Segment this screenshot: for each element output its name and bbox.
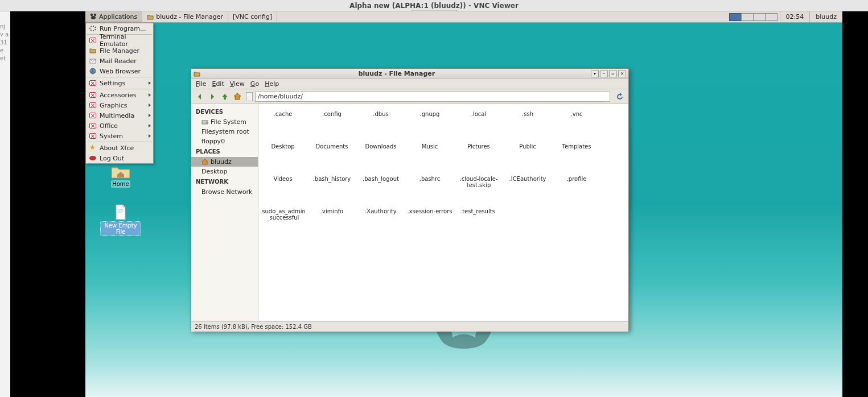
file-item[interactable]: .dbus: [356, 110, 405, 142]
file-item[interactable]: Templates: [552, 142, 601, 174]
file-manager-sidebar: DEVICES File System Filesystem root flop…: [191, 104, 258, 321]
taskbar-item-vnc-config[interactable]: [VNC config]: [228, 11, 277, 22]
vnc-host-titlebar: Alpha new (ALPHA:1 (bluudz)) - VNC Viewe…: [0, 0, 868, 11]
workspace-2[interactable]: [741, 13, 754, 21]
menu-edit[interactable]: Edit: [212, 80, 224, 88]
file-item[interactable]: .Xauthority: [356, 207, 405, 239]
file-item[interactable]: .vnc: [552, 110, 601, 142]
menu-view[interactable]: View: [230, 80, 245, 88]
workspace-switcher[interactable]: [727, 11, 780, 22]
menu-office[interactable]: Office: [86, 121, 153, 131]
desktop-icon-label: New Empty File: [101, 222, 141, 235]
sidebar-item-filesystem-root[interactable]: Filesystem root: [191, 127, 258, 137]
file-item[interactable]: .local: [454, 110, 503, 142]
drive-icon: [201, 119, 208, 126]
menu-help[interactable]: Help: [265, 80, 279, 88]
window-shade-button[interactable]: ▾: [591, 71, 599, 77]
svg-point-6: [206, 122, 207, 123]
taskbar-item-file-manager[interactable]: bluudz - File Manager: [142, 11, 228, 22]
file-item-label: Downloads: [364, 143, 398, 150]
file-item[interactable]: Desktop: [258, 142, 307, 174]
file-item-label: Templates: [561, 143, 593, 150]
terminal-icon: [89, 38, 96, 43]
file-item-label: Music: [421, 143, 439, 150]
file-manager-view[interactable]: .cache.config.dbus.gnupg.local.ssh.vncDe…: [258, 104, 628, 321]
file-manager-statusbar: 26 items (97.8 kB), Free space: 152.4 GB: [191, 321, 628, 332]
file-item[interactable]: .sudo_as_admin_successful: [258, 207, 307, 239]
file-item[interactable]: .profile: [552, 175, 601, 206]
workspace-4[interactable]: [765, 13, 778, 21]
guest-desktop[interactable]: Applications bluudz - File Manager [VNC …: [85, 11, 842, 397]
file-item[interactable]: .ssh: [503, 110, 552, 142]
sidebar-item-filesystem[interactable]: File System: [191, 117, 258, 127]
file-item[interactable]: .cloud-locale-test.skip: [454, 175, 503, 206]
sidebar-item-browse-network[interactable]: Browse Network: [191, 187, 258, 197]
submenu-arrow-icon: [149, 114, 151, 117]
window-close-button[interactable]: ×: [618, 71, 626, 77]
applications-menu-label: Applications: [99, 13, 137, 20]
file-item[interactable]: Downloads: [356, 142, 405, 174]
file-item[interactable]: .xsession-errors: [405, 207, 454, 239]
nav-up-button[interactable]: [220, 92, 230, 102]
menu-go[interactable]: Go: [250, 80, 259, 88]
window-titlebar[interactable]: bluudz - File Manager ▾ – ▫ ×: [191, 69, 628, 79]
file-item-label: .cache: [273, 111, 294, 117]
sidebar-item-floppy0[interactable]: floppy0: [191, 137, 258, 146]
menu-file-manager[interactable]: File Manager: [86, 46, 153, 56]
menu-run-program[interactable]: Run Program...: [86, 23, 153, 34]
panel-clock[interactable]: 02:54: [780, 11, 810, 22]
file-item[interactable]: .bash_logout: [356, 175, 405, 206]
file-item-label: .local: [470, 111, 487, 117]
menu-graphics[interactable]: Graphics: [86, 100, 153, 110]
window-title: bluudz - File Manager: [203, 70, 591, 77]
file-item[interactable]: Documents: [307, 142, 356, 174]
file-item[interactable]: .bash_history: [307, 175, 356, 206]
sidebar-item-bluudz[interactable]: bluudz: [191, 157, 258, 167]
file-item[interactable]: .ICEauthority: [503, 175, 552, 206]
window-minimize-button[interactable]: –: [600, 71, 608, 77]
file-item-label: .sudo_as_admin_successful: [258, 208, 307, 221]
file-item[interactable]: .config: [307, 110, 356, 142]
file-item[interactable]: .gnupg: [405, 110, 454, 142]
sidebar-item-desktop[interactable]: Desktop: [191, 167, 258, 176]
menu-separator: [87, 89, 152, 89]
menu-mail-reader[interactable]: Mail Reader: [86, 56, 153, 66]
star-icon: ★: [89, 144, 96, 151]
menu-terminal-emulator[interactable]: Terminal Emulator: [86, 35, 153, 46]
nav-forward-button[interactable]: [207, 92, 217, 102]
menu-label: Accessories: [100, 92, 136, 99]
vnc-host-title: Alpha new (ALPHA:1 (bluudz)) - VNC Viewe…: [349, 2, 519, 10]
menu-accessories[interactable]: Accessories: [86, 90, 153, 100]
panel-user[interactable]: bluudz: [809, 11, 842, 22]
file-item[interactable]: Pictures: [454, 142, 503, 174]
desktop-icon-home[interactable]: Home: [101, 162, 141, 188]
window-maximize-button[interactable]: ▫: [609, 71, 617, 77]
location-bar[interactable]: /home/bluudz/: [255, 92, 610, 102]
sidebar-item-label: floppy0: [201, 138, 225, 145]
path-style-toggle[interactable]: [246, 92, 253, 101]
applications-menu-button[interactable]: Applications: [85, 11, 142, 22]
location-path: /home/bluudz/: [258, 93, 303, 100]
file-item[interactable]: Public: [503, 142, 552, 174]
menu-system[interactable]: System: [86, 131, 153, 141]
nav-back-button[interactable]: [195, 92, 205, 102]
file-item-label: .vnc: [570, 111, 584, 117]
xfce-panel: Applications bluudz - File Manager [VNC …: [85, 11, 842, 23]
file-item[interactable]: .bashrc: [405, 175, 454, 206]
file-item[interactable]: Videos: [258, 175, 307, 206]
menu-multimedia[interactable]: Multimedia: [86, 110, 153, 121]
menu-file[interactable]: File: [196, 80, 206, 88]
desktop-icon-new-empty-file[interactable]: New Empty File: [101, 204, 141, 235]
file-item[interactable]: Music: [405, 142, 454, 174]
refresh-button[interactable]: [615, 92, 625, 102]
file-item[interactable]: test_results: [454, 207, 503, 239]
workspace-3[interactable]: [753, 13, 766, 21]
menu-web-browser[interactable]: Web Browser: [86, 66, 153, 76]
file-item[interactable]: .cache: [258, 110, 307, 142]
file-item[interactable]: .viminfo: [307, 207, 356, 239]
workspace-1[interactable]: [729, 13, 742, 21]
menu-about-xfce[interactable]: ★ About Xfce: [86, 143, 153, 153]
menu-label: Web Browser: [100, 68, 141, 75]
menu-settings[interactable]: Settings: [86, 78, 153, 88]
nav-home-button[interactable]: [232, 92, 242, 102]
